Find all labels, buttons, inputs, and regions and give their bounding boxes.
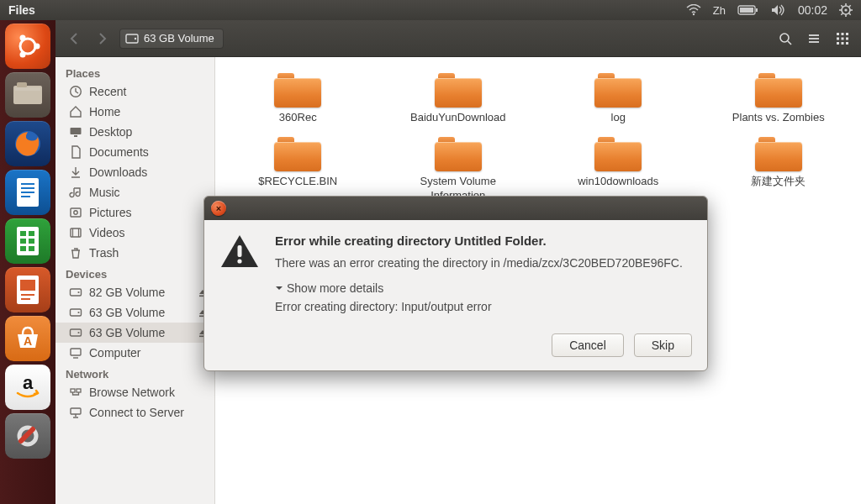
battery-indicator[interactable] [737,4,759,16]
sidebar-item-places-1[interactable]: Home [55,102,214,122]
fm-toolbar: 63 GB Volume [55,20,861,57]
svg-point-80 [237,259,241,263]
active-app-title: Files [5,3,35,17]
breadcrumb[interactable]: 63 GB Volume [119,29,224,49]
svg-point-5 [844,8,847,11]
launcher-files[interactable] [5,72,50,118]
sidebar-item-places-5[interactable]: Music [55,182,214,202]
folder-item[interactable]: System Volume Information [381,133,536,204]
svg-point-57 [71,87,82,97]
sidebar-item-places-7[interactable]: Videos [55,223,214,243]
launcher-amazon[interactable]: a [5,365,50,410]
sidebar-item-devices-2[interactable]: 63 GB Volume [55,323,214,343]
dialog-detail-line: Error creating directory: Input/output e… [275,300,683,313]
svg-point-14 [20,39,35,54]
folder-item[interactable]: BaiduYunDownload [381,69,536,126]
svg-rect-32 [20,246,26,251]
browse-icon [69,386,82,399]
svg-rect-20 [15,87,40,91]
svg-point-4 [842,6,850,14]
folder-item[interactable]: Plants vs. Zombies [701,69,857,126]
svg-point-21 [15,131,40,156]
skip-button[interactable]: Skip [634,333,692,357]
music-icon [69,186,82,199]
clock[interactable]: 00:02 [798,3,827,17]
svg-point-69 [77,312,79,313]
launcher-calc[interactable] [5,218,50,264]
cancel-button[interactable]: Cancel [552,333,624,357]
svg-rect-41 [126,34,138,43]
svg-rect-59 [74,135,77,137]
sidebar-head-places: Places [55,62,214,81]
sidebar-item-label: Desktop [89,125,132,139]
error-dialog: × Error while creating directory Untitle… [203,196,708,371]
folder-item[interactable]: 360Rec [220,69,376,126]
launcher-firefox[interactable] [5,121,50,166]
sidebar-item-network-0[interactable]: Browse Network [55,382,214,402]
sidebar-item-places-3[interactable]: Documents [55,142,214,162]
volume-indicator[interactable] [771,4,786,16]
launcher-settings[interactable] [5,413,50,459]
dialog-details-toggle[interactable]: Show more details [275,281,683,295]
launcher-dash[interactable] [5,24,50,69]
folder-label: log [611,111,626,124]
svg-rect-62 [71,228,81,237]
svg-line-12 [849,5,851,7]
svg-point-0 [693,13,695,15]
gear-icon[interactable] [839,3,853,17]
computer-icon [69,346,82,360]
svg-line-11 [849,13,851,15]
dialog-titlebar[interactable]: × [204,197,707,220]
svg-rect-78 [71,408,81,414]
folder-icon [755,71,802,108]
wifi-indicator[interactable] [686,4,701,16]
folder-label: win10downloads [578,175,658,188]
ime-indicator[interactable]: Zh [713,4,726,17]
dialog-close-button[interactable]: × [211,201,226,216]
sidebar-item-places-2[interactable]: Desktop [55,122,214,142]
top-panel: Files Zh 00:02 [0,0,861,20]
folder-icon [274,134,321,171]
sidebar-item-devices-1[interactable]: 63 GB Volume [55,302,214,323]
svg-rect-1 [738,6,755,14]
svg-point-15 [34,44,40,50]
sidebar-item-places-4[interactable]: Downloads [55,162,214,182]
pictures-icon [69,206,82,219]
svg-rect-27 [17,227,39,255]
folder-label: Plants vs. Zombies [732,111,825,124]
sidebar-item-places-6[interactable]: Pictures [55,202,214,223]
launcher-writer[interactable] [5,170,50,215]
svg-rect-71 [71,329,82,336]
dialog-message: There was an error creating the director… [275,256,683,270]
svg-rect-48 [837,33,839,35]
nav-forward-button[interactable] [91,27,114,50]
sidebar-item-label: Pictures [89,206,132,219]
folder-item[interactable]: log [541,69,696,126]
sidebar-item-label: Recent [89,85,126,98]
sidebar-item-places-0[interactable]: Recent [55,81,214,102]
svg-point-66 [77,291,79,293]
sidebar-item-label: 63 GB Volume [89,326,165,339]
svg-rect-79 [238,245,242,257]
launcher-impress[interactable] [5,267,50,312]
svg-rect-22 [17,178,39,207]
svg-rect-34 [17,276,39,304]
nav-back-button[interactable] [62,27,86,50]
sidebar-item-network-1[interactable]: Connect to Server [55,402,214,423]
sidebar-item-label: 82 GB Volume [89,286,165,299]
folder-item[interactable]: win10downloads [541,133,696,204]
app-grid-button[interactable] [831,27,854,50]
search-button[interactable] [774,27,797,50]
sidebar-item-devices-0[interactable]: 82 GB Volume [55,282,214,302]
folder-item[interactable]: 新建文件夹 [701,133,857,204]
videos-icon [69,226,82,239]
folder-item[interactable]: $RECYCLE.BIN [220,133,376,204]
sidebar-item-places-8[interactable]: Trash [55,243,214,263]
view-options-button[interactable] [802,27,826,50]
warning-icon [219,234,260,322]
svg-rect-56 [846,42,848,45]
sidebar-item-devices-3[interactable]: Computer [55,343,214,363]
launcher-software-center[interactable]: A [5,316,50,361]
dialog-details-label: Show more details [287,281,383,295]
breadcrumb-label: 63 GB Volume [144,32,214,45]
